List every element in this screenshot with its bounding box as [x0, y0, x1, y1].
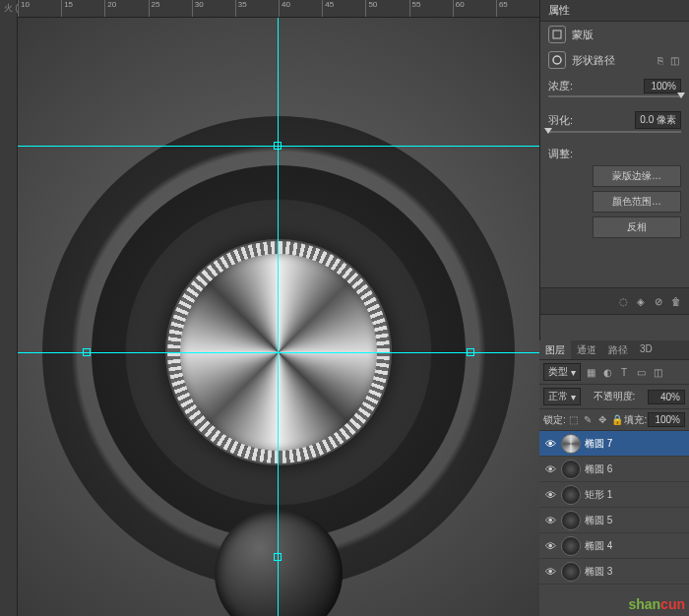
ruler-tick: 65: [496, 0, 539, 17]
layer-thumbnail[interactable]: [561, 460, 581, 479]
trash-icon[interactable]: 🗑: [669, 294, 683, 308]
density-slider[interactable]: [548, 95, 681, 97]
tab-paths[interactable]: 路径: [602, 340, 634, 359]
layer-list[interactable]: 👁 椭圆 7 👁 椭圆 6 👁 矩形 1 👁 椭圆 5 👁 椭圆 4 👁: [539, 431, 689, 610]
lock-position-icon[interactable]: ✥: [595, 413, 609, 427]
path-anchor[interactable]: [83, 348, 91, 356]
layer-name[interactable]: 椭圆 5: [585, 514, 685, 527]
layer-thumbnail[interactable]: [561, 536, 581, 556]
layer-name[interactable]: 椭圆 4: [585, 539, 685, 553]
workspace: 火 (副套 9 KGB/8) 10 15 20 25 30 35 40 45 5…: [0, 0, 539, 616]
select-icon[interactable]: ◫: [667, 53, 681, 67]
layer-thumbnail[interactable]: [561, 562, 581, 582]
panel-footer-icons: ◌ ◈ ⊘ 🗑: [540, 287, 689, 315]
density-value[interactable]: 100%: [644, 79, 681, 93]
apply-mask-icon[interactable]: ◈: [634, 294, 648, 308]
link-icon[interactable]: ⎘: [654, 53, 667, 67]
adjust-section: 调整: 蒙版边缘… 颜色范围… 反相: [540, 141, 689, 248]
feather-value[interactable]: 0.0 像素: [635, 111, 681, 129]
slider-thumb[interactable]: [544, 128, 552, 134]
mask-icon[interactable]: [548, 26, 566, 43]
visibility-icon[interactable]: 👁: [543, 488, 557, 502]
feather-row: 羽化: 0.0 像素: [540, 105, 689, 131]
svg-rect-0: [553, 31, 561, 38]
opacity-label: 不透明度:: [594, 390, 636, 403]
layer-filter-bar: 类型▾ ▦ ◐ T ▭ ◫: [539, 360, 689, 385]
lock-transparency-icon[interactable]: ⬚: [567, 413, 581, 427]
fill-value[interactable]: 100%: [648, 412, 685, 427]
layer-name[interactable]: 椭圆 6: [585, 462, 685, 476]
mask-edge-button[interactable]: 蒙版边缘…: [593, 165, 681, 187]
ruler-tick: 50: [365, 0, 408, 17]
visibility-icon[interactable]: 👁: [543, 514, 557, 527]
lock-label: 锁定:: [543, 413, 566, 427]
layer-name[interactable]: 矩形 1: [585, 488, 685, 502]
guide-vertical[interactable]: [278, 18, 279, 616]
feather-slider[interactable]: [548, 131, 681, 133]
chevron-down-icon: ▾: [571, 367, 576, 378]
svg-point-1: [553, 56, 561, 64]
ruler-tick: 40: [279, 0, 322, 17]
density-label: 浓度:: [548, 79, 573, 93]
layers-tabs: 图层 通道 路径 3D: [539, 340, 689, 360]
shape-path-label: 形状路径: [572, 53, 615, 68]
tab-channels[interactable]: 通道: [571, 340, 602, 359]
filter-shape-icon[interactable]: ▭: [634, 365, 648, 379]
disable-mask-icon[interactable]: ⊘: [652, 294, 665, 308]
ruler-tick: 15: [61, 0, 104, 17]
guide-horizontal[interactable]: [18, 352, 539, 353]
layer-thumbnail[interactable]: [561, 511, 581, 530]
visibility-icon[interactable]: 👁: [543, 565, 557, 579]
lock-all-icon[interactable]: 🔒: [610, 413, 624, 427]
layer-row[interactable]: 👁 矩形 1: [539, 482, 689, 508]
shape-path-icon[interactable]: [548, 51, 566, 69]
filter-kind-dropdown[interactable]: 类型▾: [543, 363, 581, 381]
filter-adjust-icon[interactable]: ◐: [600, 365, 614, 379]
visibility-icon[interactable]: 👁: [543, 462, 557, 476]
mask-label: 蒙版: [572, 28, 594, 42]
ruler-tick: 10: [18, 0, 61, 17]
layer-row[interactable]: 👁 椭圆 3: [539, 559, 689, 585]
ruler-tick: 20: [104, 0, 148, 17]
opacity-value[interactable]: 40%: [648, 390, 685, 404]
ruler-tick: 45: [322, 0, 365, 17]
layers-panel: 图层 通道 路径 3D 类型▾ ▦ ◐ T ▭ ◫ 正常▾ 不透明度: 40% …: [539, 340, 689, 616]
tab-layers[interactable]: 图层: [539, 340, 571, 359]
path-anchor[interactable]: [274, 142, 282, 150]
ruler-tick: 25: [149, 0, 192, 17]
invert-button[interactable]: 反相: [593, 216, 681, 238]
feather-label: 羽化:: [548, 113, 573, 128]
layer-name[interactable]: 椭圆 3: [585, 565, 685, 579]
layer-name[interactable]: 椭圆 7: [585, 437, 685, 451]
layer-thumbnail[interactable]: [561, 434, 581, 454]
filter-pixel-icon[interactable]: ▦: [584, 365, 597, 379]
lock-fill-bar: 锁定: ⬚ ✎ ✥ 🔒 填充: 100%: [539, 409, 689, 431]
load-selection-icon[interactable]: ◌: [616, 294, 630, 308]
lock-pixels-icon[interactable]: ✎: [581, 413, 595, 427]
filter-type-icon[interactable]: T: [617, 365, 631, 379]
path-anchor[interactable]: [467, 348, 474, 356]
path-anchor[interactable]: [274, 553, 282, 561]
visibility-icon[interactable]: 👁: [543, 539, 557, 553]
canvas[interactable]: [18, 18, 539, 616]
density-row: 浓度: 100%: [540, 73, 689, 95]
color-range-button[interactable]: 颜色范围…: [593, 191, 681, 213]
layer-row[interactable]: 👁 椭圆 5: [539, 508, 689, 533]
slider-thumb[interactable]: [677, 92, 685, 98]
fill-label: 填充:: [624, 413, 647, 427]
layer-thumbnail[interactable]: [561, 485, 581, 505]
blend-mode-dropdown[interactable]: 正常▾: [543, 388, 581, 405]
ruler-tick: 35: [235, 0, 279, 17]
properties-panel-header[interactable]: 属性: [540, 0, 689, 22]
watermark: shancun: [628, 596, 685, 612]
adjust-label: 调整:: [548, 148, 573, 159]
ruler-tick: 55: [409, 0, 453, 17]
ruler-tick: 60: [453, 0, 496, 17]
filter-smart-icon[interactable]: ◫: [651, 365, 664, 379]
tab-3d[interactable]: 3D: [634, 340, 658, 359]
layer-row[interactable]: 👁 椭圆 7: [539, 431, 689, 457]
layer-row[interactable]: 👁 椭圆 6: [539, 457, 689, 482]
visibility-icon[interactable]: 👁: [543, 437, 557, 451]
layer-row[interactable]: 👁 椭圆 4: [539, 533, 689, 559]
ruler-vertical: [0, 0, 18, 616]
